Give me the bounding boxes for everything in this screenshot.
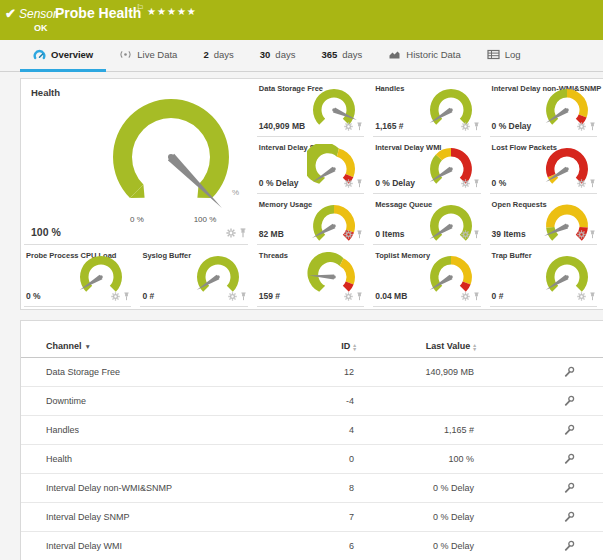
channel-table-row[interactable]: Handles 4 1,165 #	[21, 416, 603, 445]
gauge-svg: %	[86, 91, 256, 226]
pin-icon[interactable]	[589, 179, 596, 188]
gear-icon[interactable]	[461, 292, 470, 301]
gauge-value: 0 #	[142, 291, 154, 301]
channel-last-value-cell: 140,909 MB	[356, 358, 476, 387]
channel-settings-icon[interactable]	[564, 511, 575, 524]
log-icon	[487, 49, 500, 60]
gear-icon[interactable]	[461, 230, 470, 239]
gauge-tile-data-storage-free: Data Storage Free 140,909 MB	[254, 79, 370, 138]
tile-separator	[373, 136, 480, 137]
pin-icon[interactable]	[356, 122, 363, 131]
channel-settings-icon[interactable]	[564, 366, 575, 379]
column-header-channel[interactable]: Channel▼	[21, 333, 266, 358]
tab-bar: OverviewLive Data2days30days365daysHisto…	[0, 40, 603, 72]
gear-icon[interactable]	[111, 292, 120, 301]
gauge-value: 0 %	[26, 291, 41, 301]
gauge-value: 1,165 #	[375, 121, 403, 131]
gear-icon[interactable]	[461, 122, 470, 131]
tab-365-days[interactable]: 365days	[308, 40, 375, 72]
channel-settings-icon[interactable]	[564, 482, 575, 495]
pin-icon[interactable]	[473, 292, 480, 301]
gear-icon[interactable]	[577, 292, 586, 301]
tab-30-days[interactable]: 30days	[247, 40, 309, 72]
gauge-value: 0 Items	[375, 229, 404, 239]
channel-table: Channel▼ ID▴▾ Last Value▴▾ Data Storage …	[21, 333, 603, 560]
gauge-value: 82 MB	[259, 229, 284, 239]
tile-separator	[257, 193, 364, 194]
gauge-tile-probe-process-cpu-load: Probe Process CPU Load 0 %	[21, 246, 137, 308]
tab-live-data[interactable]: Live Data	[106, 40, 190, 72]
gauge-svg	[307, 201, 361, 247]
pin-icon[interactable]	[356, 230, 363, 239]
flag-icon[interactable]: ⚐	[136, 3, 144, 13]
gauge-tile-open-requests: Open Requests 39 Items	[487, 195, 603, 246]
tab-log[interactable]: Log	[474, 40, 534, 72]
tile-separator	[373, 244, 480, 245]
prtg-sensor-page: ✔ Sensor Probe Health ⚐ ★★★★★ OK Overvie…	[0, 0, 603, 560]
pin-icon[interactable]	[589, 292, 596, 301]
channel-id-cell: 8	[266, 474, 356, 503]
channel-name-cell: Data Storage Free	[21, 358, 266, 387]
sensor-name: Probe Health	[55, 5, 141, 21]
tab-overview[interactable]: Overview	[20, 40, 106, 72]
channel-table-row[interactable]: Data Storage Free 12 140,909 MB	[21, 358, 603, 387]
channel-settings-icon[interactable]	[564, 395, 575, 408]
tile-separator	[373, 306, 480, 307]
sensor-status-header: ✔ Sensor Probe Health ⚐ ★★★★★ OK	[0, 0, 603, 40]
gauge-title: Toplist Memory	[375, 251, 430, 260]
sort-desc-icon: ▼	[85, 343, 91, 350]
gear-icon[interactable]	[228, 292, 237, 301]
gear-icon[interactable]	[577, 179, 586, 188]
pin-icon[interactable]	[473, 230, 480, 239]
gear-icon[interactable]	[344, 230, 353, 239]
pin-icon[interactable]	[473, 179, 480, 188]
gear-icon[interactable]	[577, 230, 586, 239]
gauge-title: Handles	[375, 84, 404, 93]
channel-table-row[interactable]: Downtime -4	[21, 387, 603, 416]
status-check-icon: ✔	[5, 6, 16, 21]
column-header-id[interactable]: ID▴▾	[266, 333, 356, 358]
pin-icon[interactable]	[239, 228, 247, 238]
gauge-tile-handles: Handles 1,165 #	[370, 79, 486, 138]
gauge-tile-interval-delay-wmi: Interval Delay WMI 0 % Delay	[370, 138, 486, 195]
gear-icon[interactable]	[344, 179, 353, 188]
pin-icon[interactable]	[123, 292, 130, 301]
gauge-svg	[540, 201, 594, 247]
gauge-tile-threads: Threads 159 #	[254, 246, 370, 308]
sort-toggle-icon: ▴▾	[473, 343, 476, 351]
priority-stars[interactable]: ★★★★★	[147, 6, 197, 17]
channel-settings-icon[interactable]	[564, 540, 575, 553]
column-header-last-value[interactable]: Last Value▴▾	[356, 333, 476, 358]
tab-historic-data[interactable]: Historic Data	[375, 40, 473, 72]
channel-table-row[interactable]: Interval Delay SNMP 7 0 % Delay	[21, 503, 603, 532]
tile-separator	[257, 136, 364, 137]
gauges-panel: Health % 0 % 100 % 100 % Data Storage Fr…	[20, 78, 603, 310]
channel-name-cell: Downtime	[21, 387, 266, 416]
pin-icon[interactable]	[356, 179, 363, 188]
pin-icon[interactable]	[473, 122, 480, 131]
channel-table-row[interactable]: Interval Delay WMI 6 0 % Delay	[21, 532, 603, 560]
channel-settings-icon[interactable]	[564, 453, 575, 466]
channel-name-cell: Health	[21, 445, 266, 474]
tile-separator	[373, 193, 480, 194]
channel-last-value-cell: 100 %	[356, 445, 476, 474]
channel-table-row[interactable]: Interval Delay non-WMI&SNMP 8 0 % Delay	[21, 474, 603, 503]
column-header-actions	[476, 333, 603, 358]
channel-table-row[interactable]: Health 0 100 %	[21, 445, 603, 474]
channel-settings-icon[interactable]	[564, 424, 575, 437]
gear-icon[interactable]	[461, 179, 470, 188]
pin-icon[interactable]	[240, 292, 247, 301]
gauge-title: Open Requests	[492, 200, 547, 209]
gauge-title: Health	[31, 87, 60, 98]
gear-icon[interactable]	[226, 228, 236, 238]
status-badge: OK	[34, 23, 48, 33]
pin-icon[interactable]	[589, 230, 596, 239]
channel-name-cell: Interval Delay non-WMI&SNMP	[21, 474, 266, 503]
gear-icon[interactable]	[344, 292, 353, 301]
gear-icon[interactable]	[344, 122, 353, 131]
pin-icon[interactable]	[356, 292, 363, 301]
gauge-value: 0 #	[492, 291, 504, 301]
gear-icon[interactable]	[577, 122, 586, 131]
pin-icon[interactable]	[589, 122, 596, 131]
tab-2-days[interactable]: 2days	[190, 40, 246, 72]
